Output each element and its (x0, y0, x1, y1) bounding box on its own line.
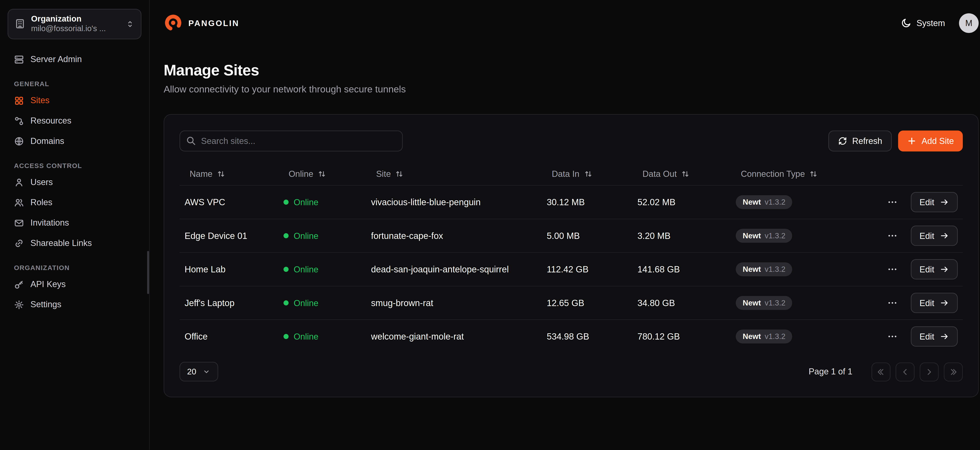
sidebar-item-resources[interactable]: Resources (8, 111, 142, 131)
row-menu-button[interactable] (885, 295, 900, 311)
client-version: v1.3.2 (765, 231, 786, 240)
edit-button[interactable]: Edit (911, 293, 958, 313)
column-header-online: Online (278, 165, 366, 182)
sort-button-site[interactable]: Site (371, 165, 409, 182)
add-site-label: Add Site (921, 136, 954, 146)
sidebar-scrollbar[interactable] (147, 251, 149, 294)
row-menu-button[interactable] (885, 195, 900, 210)
arrow-right-icon (940, 198, 949, 207)
column-label: Site (376, 169, 391, 178)
pagination-prev-button[interactable] (896, 362, 915, 381)
organization-texts: Organization milo@fossorial.io's ... (31, 14, 120, 34)
sort-icon (681, 170, 689, 178)
sidebar-item-label: Invitations (30, 218, 69, 228)
search-wrap (180, 131, 403, 152)
page-subtitle: Allow connectivity to your network throu… (164, 84, 978, 94)
row-menu-button[interactable] (885, 228, 900, 243)
row-actions-cell: Edit (858, 293, 963, 313)
sort-button-data-out[interactable]: Data Out (637, 165, 694, 182)
data-out-cell: 780.12 GB (632, 331, 731, 342)
column-header-data-out: Data Out (632, 165, 731, 182)
row-menu-button[interactable] (885, 261, 900, 277)
avatar[interactable]: M (959, 13, 978, 33)
data-out-cell: 3.20 MB (632, 231, 731, 241)
sites-card: Refresh Add Site (164, 114, 978, 397)
client-name: Newt (743, 265, 761, 274)
sort-icon (318, 170, 326, 178)
online-label: Online (294, 265, 318, 274)
row-actions-cell: Edit (858, 192, 963, 212)
column-header-data-in: Data In (542, 165, 633, 182)
brand[interactable]: PANGOLIN (164, 13, 240, 32)
table-header: Name Online Site (180, 162, 963, 185)
edit-label: Edit (920, 298, 934, 308)
edit-label: Edit (920, 197, 934, 207)
sidebar-item-users[interactable]: Users (8, 172, 142, 193)
online-dot (283, 200, 288, 204)
workflow-icon (14, 116, 24, 126)
client-name: Newt (743, 198, 761, 207)
edit-button[interactable]: Edit (911, 326, 958, 347)
edit-button[interactable]: Edit (911, 192, 958, 212)
organization-selector[interactable]: Organization milo@fossorial.io's ... (8, 9, 142, 39)
sidebar-item-api-keys[interactable]: API Keys (8, 274, 142, 295)
client-name: Newt (743, 298, 761, 307)
page-size-select[interactable]: 20 (180, 362, 218, 382)
pagination: Page 1 of 1 (809, 362, 963, 381)
online-dot (283, 334, 288, 339)
pagination-first-button[interactable] (872, 362, 891, 381)
pagination-next-button[interactable] (920, 362, 939, 381)
chevrons-left-icon (877, 367, 885, 376)
theme-label: System (916, 18, 945, 28)
add-site-button[interactable]: Add Site (898, 131, 963, 152)
sort-button-connection-type[interactable]: Connection Type (736, 165, 823, 182)
sidebar-item-label: Settings (30, 300, 61, 310)
data-in-cell: 30.12 MB (542, 197, 633, 207)
key-icon (14, 279, 24, 290)
mail-icon (14, 218, 24, 228)
client-version: v1.3.2 (765, 332, 786, 341)
section-label-organization: ORGANIZATION (14, 264, 135, 271)
sidebar-item-domains[interactable]: Domains (8, 131, 142, 151)
sort-button-name[interactable]: Name (185, 165, 230, 182)
sidebar-item-label: Resources (30, 116, 72, 126)
site-name-cell: Home Lab (180, 264, 278, 274)
data-out-cell: 34.80 GB (632, 298, 731, 308)
site-name-cell: AWS VPC (180, 197, 278, 207)
data-in-cell: 112.42 GB (542, 264, 633, 274)
client-version: v1.3.2 (765, 265, 786, 274)
row-actions-cell: Edit (858, 326, 963, 347)
sidebar-item-invitations[interactable]: Invitations (8, 213, 142, 233)
refresh-button[interactable]: Refresh (828, 131, 892, 152)
search-input[interactable] (180, 131, 403, 152)
sites-table: Name Online Site (180, 162, 963, 353)
edit-button[interactable]: Edit (911, 226, 958, 246)
sidebar-item-server-admin[interactable]: Server Admin (8, 49, 142, 70)
column-label: Name (190, 169, 213, 178)
edit-button[interactable]: Edit (911, 259, 958, 280)
refresh-label: Refresh (852, 136, 882, 146)
globe-icon (14, 136, 24, 146)
sidebar-item-sites[interactable]: Sites (8, 90, 142, 111)
users-icon (14, 198, 24, 208)
theme-toggle[interactable]: System (901, 18, 945, 28)
row-actions-cell: Edit (858, 259, 963, 280)
table-row: Edge Device 01 Online fortunate-cape-fox… (180, 219, 963, 252)
pagination-last-button[interactable] (944, 362, 963, 381)
sidebar-item-settings[interactable]: Settings (8, 295, 142, 315)
table-row: Home Lab Online dead-san-joaquin-antelop… (180, 252, 963, 286)
connection-type-badge: Newt v1.3.2 (736, 262, 792, 276)
column-header-connection-type: Connection Type (731, 165, 858, 182)
chevron-right-icon (925, 367, 934, 376)
link-icon (14, 238, 24, 248)
sidebar-item-roles[interactable]: Roles (8, 192, 142, 213)
row-menu-button[interactable] (885, 329, 900, 344)
table-footer: 20 Page 1 of 1 (180, 362, 963, 382)
online-status-cell: Online (278, 332, 366, 341)
refresh-icon (838, 136, 847, 146)
sort-button-online[interactable]: Online (283, 165, 331, 182)
column-label: Online (288, 169, 313, 178)
online-dot (283, 233, 288, 238)
sort-button-data-in[interactable]: Data In (547, 165, 597, 182)
sidebar-item-shareable-links[interactable]: Shareable Links (8, 233, 142, 254)
